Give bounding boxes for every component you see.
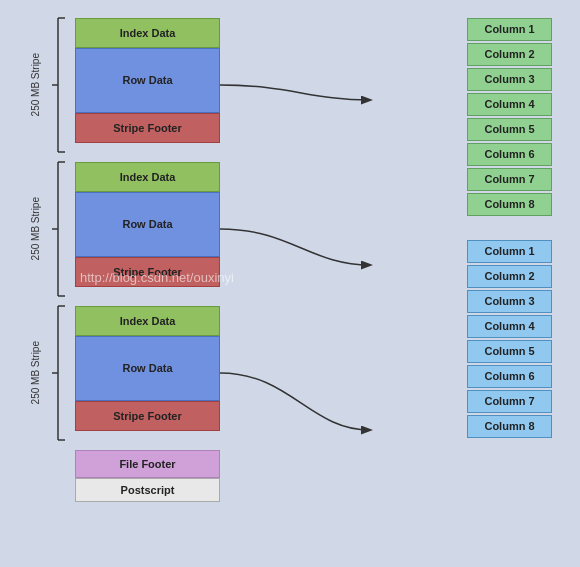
stripe-2: 250 MB Stripe Index Data Row Data Stripe…: [65, 162, 220, 287]
stripe-1-index: Index Data: [75, 18, 220, 48]
diagram-container: 250 MB Stripe Index Data Row Data Stripe…: [0, 0, 580, 567]
stripe-2-label: 250 MB Stripe: [30, 197, 41, 260]
blue-col-1: Column 1: [467, 240, 552, 263]
blue-col-3: Column 3: [467, 290, 552, 313]
green-col-5: Column 5: [467, 118, 552, 141]
blue-col-7: Column 7: [467, 390, 552, 413]
stripe-1-row: Row Data: [75, 48, 220, 113]
green-col-1: Column 1: [467, 18, 552, 41]
stripe-3-index: Index Data: [75, 306, 220, 336]
green-columns: Column 1 Column 2 Column 3 Column 4 Colu…: [467, 18, 552, 218]
green-col-6: Column 6: [467, 143, 552, 166]
stripe-2-index: Index Data: [75, 162, 220, 192]
green-col-4: Column 4: [467, 93, 552, 116]
postscript-block: Postscript: [75, 478, 220, 502]
blue-col-2: Column 2: [467, 265, 552, 288]
stripe-3-label: 250 MB Stripe: [30, 341, 41, 404]
blue-columns: Column 1 Column 2 Column 3 Column 4 Colu…: [467, 240, 552, 440]
stripe-1-footer: Stripe Footer: [75, 113, 220, 143]
stripe-1-label: 250 MB Stripe: [30, 53, 41, 116]
stripe-1-label-container: 250 MB Stripe: [15, 18, 55, 152]
blue-col-8: Column 8: [467, 415, 552, 438]
green-col-2: Column 2: [467, 43, 552, 66]
green-col-8: Column 8: [467, 193, 552, 216]
stripe-3-label-container: 250 MB Stripe: [15, 306, 55, 440]
blue-col-5: Column 5: [467, 340, 552, 363]
stripe-3-row: Row Data: [75, 336, 220, 401]
stripe-1: 250 MB Stripe Index Data Row Data Stripe…: [65, 18, 220, 143]
stripe-2-footer: Stripe Footer: [75, 257, 220, 287]
green-col-3: Column 3: [467, 68, 552, 91]
stripe-3-footer: Stripe Footer: [75, 401, 220, 431]
blue-col-4: Column 4: [467, 315, 552, 338]
stripe-2-row: Row Data: [75, 192, 220, 257]
blue-col-6: Column 6: [467, 365, 552, 388]
file-blocks: File Footer Postscript: [65, 450, 220, 502]
stripe-2-label-container: 250 MB Stripe: [15, 162, 55, 296]
stripe-3: 250 MB Stripe Index Data Row Data Stripe…: [65, 306, 220, 431]
file-footer-block: File Footer: [75, 450, 220, 478]
green-col-7: Column 7: [467, 168, 552, 191]
